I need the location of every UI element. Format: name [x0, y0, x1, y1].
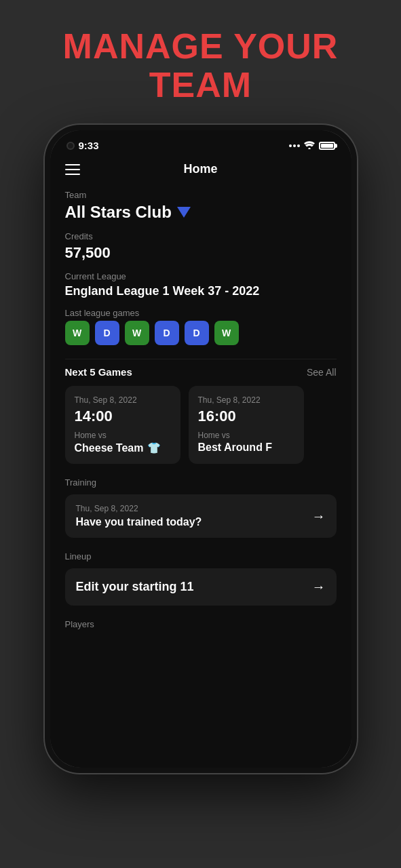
games-scroll[interactable]: Thu, Sep 8, 2022 14:00 Home vs Cheese Te… [65, 386, 337, 464]
phone-screen: 9:33 [50, 130, 351, 768]
training-section: Training Thu, Sep 8, 2022 Have you train… [65, 477, 337, 538]
status-time-container: 9:33 [66, 140, 99, 151]
training-card[interactable]: Thu, Sep 8, 2022 Have you trained today?… [65, 494, 337, 538]
training-card-date: Thu, Sep 8, 2022 [76, 504, 202, 513]
training-card-text: Have you trained today? [76, 516, 202, 528]
team-name: All Stars Club [65, 203, 172, 222]
page-title: MANAGE YOUR TEAM [63, 27, 339, 104]
status-bar: 9:33 [50, 130, 351, 155]
game-date: Thu, Sep 8, 2022 [75, 395, 171, 405]
home-indicator [50, 763, 351, 768]
result-badge: W [214, 321, 239, 345]
next-games-section: Next 5 Games See All Thu, Sep 8, 2022 14… [65, 366, 337, 464]
app-content: Home Team All Stars Club Credits 57,500 … [50, 155, 351, 763]
divider-1 [65, 359, 337, 359]
wifi-icon [304, 140, 315, 151]
game-home: Home vs [198, 431, 294, 440]
headline-line1: MANAGE YOUR [63, 26, 339, 66]
hamburger-icon[interactable] [65, 164, 80, 175]
phone-shell: 9:33 [45, 125, 357, 773]
status-time: 9:33 [79, 140, 99, 151]
game-card-1[interactable]: Thu, Sep 8, 2022 14:00 Home vs Cheese Te… [65, 386, 180, 464]
shirt-icon: 👕 [147, 441, 161, 454]
game-time: 14:00 [75, 408, 171, 425]
team-name-row: All Stars Club [65, 203, 337, 222]
next-games-title: Next 5 Games [65, 366, 132, 378]
result-badge: D [95, 321, 119, 345]
headline-line2: TEAM [149, 65, 252, 104]
game-time: 16:00 [198, 408, 294, 425]
game-card-2[interactable]: Thu, Sep 8, 2022 16:00 Home vs Best Arou… [189, 386, 304, 464]
top-nav: Home [65, 155, 337, 187]
players-label: Players [65, 619, 337, 629]
camera-dot [66, 142, 75, 150]
lineup-section: Lineup Edit your starting 11 → [65, 551, 337, 606]
result-badge: W [65, 321, 90, 345]
game-opponent: Cheese Team 👕 [75, 441, 171, 454]
nav-title: Home [183, 162, 217, 176]
credits-value: 57,500 [65, 244, 337, 262]
team-badge-icon [177, 207, 191, 218]
last-games-label: Last league games [65, 308, 337, 318]
lineup-label: Lineup [65, 551, 337, 561]
team-section: Team All Stars Club Credits 57,500 Curre… [65, 190, 337, 345]
result-badge: D [185, 321, 209, 345]
training-card-content: Thu, Sep 8, 2022 Have you trained today? [76, 504, 202, 528]
results-row: WDWDDW [65, 321, 337, 345]
lineup-arrow-icon: → [312, 579, 326, 595]
battery-icon [319, 142, 335, 150]
game-home: Home vs [75, 431, 171, 440]
lineup-card[interactable]: Edit your starting 11 → [65, 568, 337, 606]
league-label: Current League [65, 271, 337, 281]
result-badge: D [155, 321, 179, 345]
team-label: Team [65, 190, 337, 200]
svg-point-0 [308, 148, 310, 149]
game-opponent: Best Around F [198, 441, 294, 454]
see-all-link[interactable]: See All [307, 367, 337, 378]
training-label: Training [65, 477, 337, 488]
game-date: Thu, Sep 8, 2022 [198, 395, 294, 405]
credits-label: Credits [65, 231, 337, 241]
status-icons [289, 140, 335, 151]
signal-dots-icon [289, 144, 300, 147]
result-badge: W [125, 321, 149, 345]
league-name: England League 1 Week 37 - 2022 [65, 284, 337, 298]
training-arrow-icon: → [312, 509, 326, 524]
lineup-card-text: Edit your starting 11 [76, 580, 194, 594]
next-games-header: Next 5 Games See All [65, 366, 337, 378]
